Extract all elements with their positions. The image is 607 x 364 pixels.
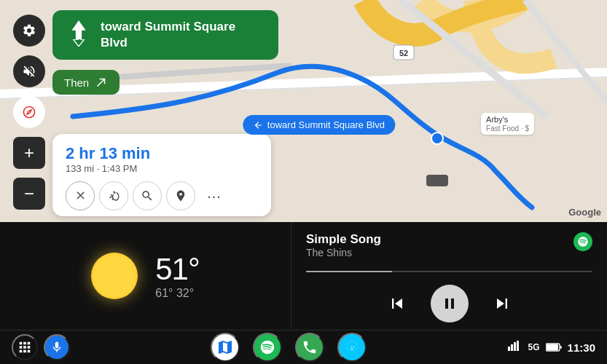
- maps-app-button[interactable]: [211, 333, 240, 362]
- svg-marker-10: [71, 20, 85, 39]
- spotify-icon: [573, 232, 592, 251]
- temperature: 51°: [155, 252, 200, 287]
- svg-rect-12: [508, 347, 510, 351]
- nav-card-top: toward Summit Square Blvd: [52, 10, 278, 60]
- alternatives-button[interactable]: [99, 181, 128, 210]
- duration-text: 2 hr 13 min: [66, 144, 258, 163]
- hi-lo-temp: 61° 32°: [155, 287, 200, 300]
- svg-rect-15: [517, 341, 519, 351]
- phone-app-button[interactable]: [295, 333, 324, 362]
- arbys-poi: Arby's Fast Food · $: [481, 113, 534, 135]
- bottom-half: 51° 61° 32° Simple Song The Shins: [0, 222, 607, 330]
- taskbar-center: [211, 333, 367, 362]
- music-header: Simple Song The Shins: [306, 232, 592, 258]
- next-track-button[interactable]: [492, 293, 512, 314]
- nav-destination-text: toward Summit Square Blvd: [101, 19, 265, 51]
- nav-actions: ✕ ···: [66, 181, 258, 210]
- nav-card-then: Then: [52, 70, 120, 95]
- arbys-category: Fast Food · $: [486, 124, 529, 132]
- close-route-button[interactable]: ✕: [66, 181, 95, 210]
- direction-arrow: [66, 20, 92, 47]
- svg-rect-13: [511, 344, 513, 351]
- microphone-button[interactable]: [44, 334, 70, 360]
- network-type: 5G: [528, 342, 540, 352]
- weather-widget: 51° 61° 32°: [0, 222, 291, 330]
- svg-point-8: [431, 132, 443, 144]
- app-grid-button[interactable]: [12, 334, 38, 360]
- nav-info-card: 2 hr 13 min 133 mi · 1:43 PM ✕ ···: [52, 134, 271, 216]
- waze-app-button[interactable]: [337, 333, 367, 362]
- route-label-text: toward Summit Square Blvd: [267, 119, 385, 130]
- mute-button[interactable]: [13, 55, 45, 87]
- svg-rect-17: [547, 344, 558, 350]
- svg-text:52: 52: [399, 49, 408, 58]
- search-along-route-button[interactable]: [133, 181, 162, 210]
- music-info: Simple Song The Shins: [306, 232, 381, 258]
- taskbar-left: [12, 334, 70, 360]
- taskbar-right: 5G 11:30: [508, 341, 595, 354]
- pin-button[interactable]: [166, 181, 195, 210]
- svg-rect-9: [426, 175, 448, 186]
- weather-text: 51° 61° 32°: [155, 252, 200, 300]
- battery-icon: [546, 343, 562, 352]
- route-label: toward Summit Square Blvd: [243, 115, 395, 135]
- arbys-name: Arby's: [486, 115, 508, 124]
- map-section: 52 + −: [0, 0, 607, 222]
- compass-button[interactable]: [13, 96, 45, 128]
- svg-rect-14: [514, 342, 516, 351]
- google-text: Google: [568, 207, 601, 218]
- progress-fill: [306, 271, 392, 272]
- then-label: Then: [64, 76, 89, 89]
- music-controls: [306, 285, 592, 323]
- play-pause-button[interactable]: [431, 285, 469, 323]
- google-watermark: Google: [568, 207, 601, 218]
- zoom-out-button[interactable]: −: [13, 178, 45, 210]
- distance-eta-text: 133 mi · 1:43 PM: [66, 163, 258, 174]
- prev-track-button[interactable]: [387, 293, 407, 314]
- zoom-in-button[interactable]: +: [13, 137, 45, 169]
- song-title: Simple Song: [306, 232, 381, 247]
- left-panel: + −: [0, 0, 58, 222]
- sun-icon: [91, 253, 138, 299]
- progress-bar[interactable]: [306, 271, 592, 272]
- artist-name: The Shins: [306, 247, 381, 258]
- settings-button[interactable]: [13, 15, 45, 47]
- clock-time: 11:30: [568, 341, 595, 354]
- spotify-app-button[interactable]: [253, 333, 282, 362]
- music-widget: Simple Song The Shins: [291, 222, 607, 330]
- taskbar: 5G 11:30: [0, 330, 607, 364]
- signal-icon: [508, 341, 522, 354]
- more-button[interactable]: ···: [200, 181, 229, 210]
